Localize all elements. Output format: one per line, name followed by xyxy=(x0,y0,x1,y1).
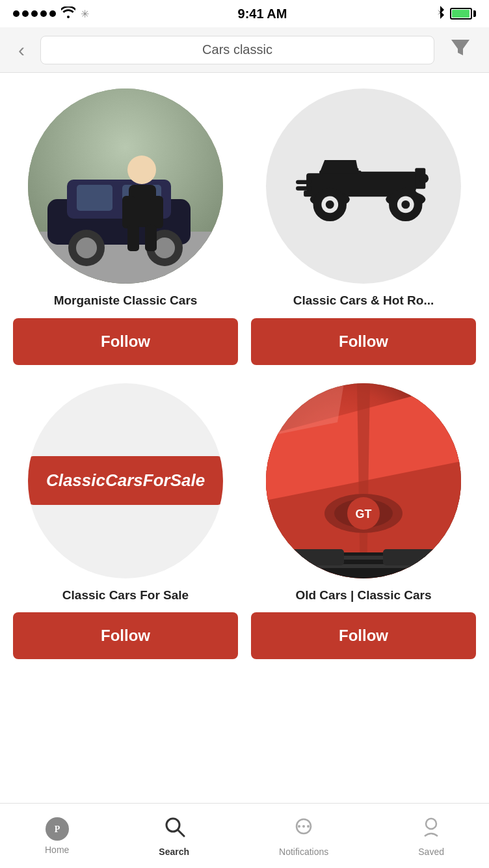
svg-rect-14 xyxy=(150,196,163,228)
follow-button-classic-hot-rod[interactable]: Follow xyxy=(251,318,476,365)
svg-point-30 xyxy=(325,200,334,209)
loading-icon: ✳ xyxy=(81,8,89,20)
status-right xyxy=(436,6,476,21)
status-bar: ✳ 9:41 AM xyxy=(0,0,489,27)
home-icon: P xyxy=(46,817,69,841)
nav-label-search: Search xyxy=(159,847,189,857)
saved-icon xyxy=(420,815,442,843)
svg-point-56 xyxy=(426,819,436,829)
card-name-old-cars: Old Cars | Classic Cars xyxy=(295,588,431,604)
signal-dot-2 xyxy=(22,10,29,17)
status-time: 9:41 AM xyxy=(238,7,287,21)
follow-button-morganiste[interactable]: Follow xyxy=(13,318,238,365)
card-classic-cars-sale: ClassicCarsForSale Classic Cars For Sale… xyxy=(13,383,238,660)
logo-box: ClassicCarsForSale xyxy=(28,456,223,505)
red-car-image: GT xyxy=(266,383,461,578)
status-left: ✳ xyxy=(13,7,89,21)
svg-rect-16 xyxy=(145,225,157,251)
svg-point-31 xyxy=(419,174,428,183)
svg-marker-0 xyxy=(451,40,469,55)
nav-label-notifications: Notifications xyxy=(279,847,328,857)
battery-indicator xyxy=(450,8,476,20)
cards-grid: Morganiste Classic Cars Follow xyxy=(0,73,489,675)
svg-rect-13 xyxy=(122,196,135,228)
logo-text: ClassicCarsForSale xyxy=(46,470,205,491)
signal-dot-3 xyxy=(31,10,38,17)
search-icon xyxy=(163,815,185,843)
svg-point-27 xyxy=(401,200,410,209)
nav-item-notifications[interactable]: Notifications xyxy=(266,810,341,862)
nav-item-saved[interactable]: Saved xyxy=(405,810,457,862)
svg-point-8 xyxy=(76,237,97,258)
card-old-cars: GT Old Cars | Classic Cars Follow xyxy=(251,383,476,660)
svg-rect-21 xyxy=(306,173,416,191)
avatar-classic-hot-rod xyxy=(266,88,461,284)
follow-button-classic-cars-sale[interactable]: Follow xyxy=(13,612,238,659)
search-query: Cars classic xyxy=(202,42,272,57)
signal-dots xyxy=(13,10,56,17)
svg-point-11 xyxy=(127,156,156,184)
signal-dot-1 xyxy=(13,10,20,17)
search-bar[interactable]: Cars classic xyxy=(40,36,434,64)
svg-point-53 xyxy=(298,825,300,828)
svg-point-10 xyxy=(154,237,175,258)
nav-item-search[interactable]: Search xyxy=(146,810,202,862)
avatar-old-cars: GT xyxy=(266,383,461,578)
card-name-classic-hot-rod: Classic Cars & Hot Ro... xyxy=(293,293,434,309)
follow-button-old-cars[interactable]: Follow xyxy=(251,612,476,659)
bottom-nav: P Home Search Notifications Saved xyxy=(0,803,489,868)
nav-label-saved: Saved xyxy=(418,847,444,857)
svg-line-51 xyxy=(178,830,184,836)
header: ‹ Cars classic xyxy=(0,27,489,73)
card-name-classic-cars-sale: Classic Cars For Sale xyxy=(62,588,189,604)
bluetooth-icon xyxy=(436,6,445,21)
car-icon-svg xyxy=(291,144,437,228)
signal-dot-5 xyxy=(49,10,56,17)
nav-label-home: Home xyxy=(45,845,69,855)
svg-rect-5 xyxy=(77,185,112,211)
wifi-icon xyxy=(61,7,75,21)
svg-rect-46 xyxy=(292,549,344,565)
svg-rect-47 xyxy=(383,549,435,565)
svg-rect-15 xyxy=(127,225,139,251)
notifications-icon xyxy=(293,815,315,843)
filter-button[interactable] xyxy=(445,32,476,68)
nav-item-home[interactable]: P Home xyxy=(32,812,82,860)
svg-point-55 xyxy=(307,825,310,828)
svg-rect-33 xyxy=(296,186,311,190)
svg-rect-44 xyxy=(266,556,461,560)
avatar-morganiste xyxy=(28,88,223,284)
card-classic-hot-rod: Classic Cars & Hot Ro... Follow xyxy=(251,88,476,365)
svg-text:P: P xyxy=(54,824,60,834)
card-name-morganiste: Morganiste Classic Cars xyxy=(54,293,198,309)
back-button[interactable]: ‹ xyxy=(13,34,30,66)
svg-point-54 xyxy=(302,825,305,828)
avatar-classic-cars-sale: ClassicCarsForSale xyxy=(28,383,223,578)
signal-dot-4 xyxy=(40,10,47,17)
person-car-image xyxy=(28,88,223,284)
svg-text:GT: GT xyxy=(356,508,372,521)
svg-rect-45 xyxy=(266,564,461,568)
svg-rect-32 xyxy=(296,180,311,183)
card-morganiste: Morganiste Classic Cars Follow xyxy=(13,88,238,365)
